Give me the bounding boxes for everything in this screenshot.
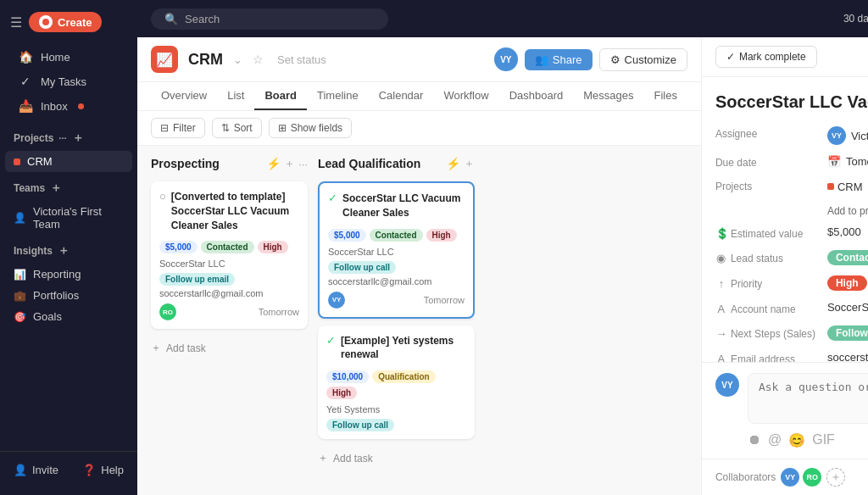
dollar-icon: 💲 [715,227,727,240]
sidebar-item-inbox[interactable]: 📥 Inbox [5,94,132,118]
card-tags-3: $10,000 Qualification High [326,370,466,399]
tab-overview[interactable]: Overview [151,82,217,110]
tab-list[interactable]: List [217,82,254,110]
giphy-icon[interactable]: GIF [812,432,835,448]
help-button[interactable]: ❓ Help [82,464,124,476]
task-check-icon-2[interactable]: ✓ [328,192,337,204]
trial-text: 30 days left in trial [843,13,868,25]
tab-calendar[interactable]: Calendar [369,82,434,110]
topbar-left: 🔍 Search [151,8,388,30]
tab-board[interactable]: Board [254,82,307,110]
filter-icon: ⊟ [160,122,169,134]
share-button[interactable]: 👥 Share [525,49,593,70]
priority-tag: High [827,275,867,291]
sidebar-item-victorias-team[interactable]: 👤 Victoria's First Team [0,201,137,235]
project-star-icon[interactable]: ☆ [253,53,264,66]
add-task-prospecting[interactable]: ＋ Add task [151,336,308,360]
mark-complete-button[interactable]: ✓ Mark complete [715,46,817,68]
add-column-icon-2[interactable]: ＋ [464,156,475,171]
create-dot-icon [39,15,53,29]
sidebar-item-goals[interactable]: 🎯 Goals [0,306,137,327]
tab-timeline[interactable]: Timeline [307,82,369,110]
create-button[interactable]: Create [29,12,102,32]
task-check-icon-3[interactable]: ✓ [326,334,336,347]
tab-files[interactable]: Files [643,82,687,110]
detail-title: SoccerStar LLC Vacuum Cleaner Sales [715,91,868,113]
main-area: 🔍 Search 30 days left in trial Add billi… [137,0,868,495]
comment-input[interactable] [748,373,868,424]
card-title-3: [Example] Yeti systems renewal [341,334,466,363]
card-yeti-renewal[interactable]: ✓ [Example] Yeti systems renewal $10,000… [318,325,475,440]
tab-dashboard[interactable]: Dashboard [499,82,574,110]
tag-followup-email: Follow up email [159,273,235,286]
tag-followup-call-2: Follow up call [326,419,394,431]
add-collaborator-button[interactable]: ＋ [826,468,845,487]
due-date-text[interactable]: Tomorrow [846,155,868,168]
search-bar[interactable]: 🔍 Search [151,8,388,30]
card-title: [Converted to template] SoccerStar LLC V… [171,190,299,232]
lightning-icon[interactable]: ⚡ [266,157,281,170]
tab-messages[interactable]: Messages [573,82,643,110]
invite-button[interactable]: 👤 Invite [14,464,58,476]
detail-row-account: A Account name SoccerStar LLC [715,301,868,315]
set-status-label[interactable]: Set status [277,53,326,66]
status-icon: ◉ [715,252,727,264]
sidebar-item-my-tasks[interactable]: ✓ My Tasks [5,70,132,93]
next-steps-value[interactable]: Follow up call [827,325,868,341]
card-title-2: SoccerStar LLC Vacuum Cleaner Sales [342,192,465,220]
more-column-icon[interactable]: ··· [298,158,308,170]
tag-contacted-2: Contacted [370,229,423,242]
detail-row-projects: Projects CRM Lead Qualification ▾ [715,179,868,194]
due-date-value: 📅 Tomorrow ✕ [827,155,868,168]
task-check-icon[interactable]: ○ [159,190,166,203]
project-chevron-icon[interactable]: ⌄ [233,53,242,66]
insights-add-icon[interactable]: ＋ [58,243,70,259]
next-steps-label: → Next Steps (Sales) [715,325,817,340]
calendar-icon: 📅 [827,155,841,168]
teams-section-header: Teams ＋ [0,172,137,201]
account-name-text: SoccerStar LLC [827,301,868,314]
tag-contacted: Contacted [201,241,254,253]
teams-add-icon[interactable]: ＋ [50,181,62,196]
tag-high-2: High [426,229,457,242]
estimated-value-label: 💲 Estimated value [715,225,817,240]
tag-money-3: $10,000 [326,370,369,383]
lead-status-value[interactable]: Contacted [827,250,868,265]
sidebar-item-portfolios[interactable]: 💼 Portfolios [0,285,137,306]
project-badge-dot [827,183,834,190]
add-task-lead-qual[interactable]: ＋ Add task [318,446,475,470]
card-converted-soccerstar[interactable]: ○ [Converted to template] SoccerStar LLC… [151,181,308,329]
lightning-icon-2[interactable]: ⚡ [446,157,460,170]
priority-label: ↑ Priority [715,275,817,290]
collab-avatars: VY RO [781,468,821,487]
project-badge: CRM [827,181,863,193]
card-date-2: Tomorrow [424,295,465,305]
sort-button[interactable]: ⇅ Sort [212,118,262,138]
projects-add-icon[interactable]: ＋ [72,131,84,146]
add-column-icon[interactable]: ＋ [284,156,295,171]
card-soccerstar-vacuum[interactable]: ✓ SoccerStar LLC Vacuum Cleaner Sales $5… [318,181,475,319]
add-to-projects-link[interactable]: Add to projects [827,205,868,217]
tag-high: High [258,241,288,253]
search-icon: 🔍 [164,13,178,25]
emoji-icon[interactable]: 😊 [788,432,805,448]
record-icon[interactable]: ⏺ [748,432,761,448]
customize-button[interactable]: ⚙ Customize [599,48,687,71]
sidebar-item-crm[interactable]: CRM [5,151,132,172]
show-fields-button[interactable]: ⊞ Show fields [269,118,352,138]
column-title-lead-qual: Lead Qualification [318,157,420,170]
tag-followup-call: Follow up call [328,261,396,274]
filter-button[interactable]: ⊟ Filter [151,118,205,138]
mention-icon[interactable]: @ [768,432,782,448]
projects-more-icon[interactable]: ··· [58,133,66,143]
priority-value[interactable]: High [827,275,867,291]
hamburger-icon[interactable]: ☰ [10,14,22,31]
sidebar-item-reporting[interactable]: 📊 Reporting [0,264,137,285]
crm-project-dot [14,159,20,165]
assignee-name: Victoria Yu [851,130,868,142]
sidebar-item-home[interactable]: 🏠 Home [5,45,132,69]
tab-workflow[interactable]: Workflow [433,82,498,110]
email-text: soccerstarllc@gmail.com [827,351,868,362]
sidebar-nav: 🏠 Home ✓ My Tasks 📥 Inbox [0,37,137,125]
help-icon: ❓ [82,464,96,476]
